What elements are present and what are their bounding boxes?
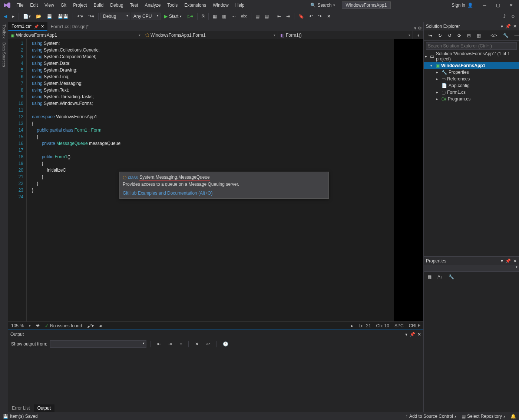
new-project-button[interactable]: 📄▾ [21, 12, 33, 20]
data-sources-tab[interactable]: Data Sources [2, 42, 6, 67]
menu-test[interactable]: Test [127, 1, 141, 9]
next-bookmark-button[interactable]: ↷ [316, 12, 324, 20]
uncomment-button[interactable]: ▤ [262, 12, 271, 20]
split-button[interactable]: ⫞ [413, 31, 423, 39]
nav-class-combo[interactable]: ⬠ WindowsFormsApp1.Form1 [143, 31, 278, 39]
sync-button[interactable]: ↻ [436, 32, 444, 40]
close-tab-icon[interactable]: ✕ [41, 24, 44, 29]
properties-button[interactable]: 🔧 [501, 32, 511, 40]
tab-error-list[interactable]: Error List [8, 404, 34, 412]
step-button[interactable]: ⎘ [199, 12, 206, 20]
clock-icon[interactable]: 🕒 [221, 340, 231, 348]
chevron-down-icon[interactable]: ▾ [405, 332, 407, 337]
undo-button[interactable]: ↶▾ [75, 12, 85, 20]
tab-output[interactable]: Output [34, 404, 54, 412]
menu-help[interactable]: Help [232, 1, 248, 9]
search-box[interactable]: 🔍 Search ▾ [308, 2, 337, 9]
issues-indicator[interactable]: No issues found [45, 323, 82, 328]
repo-button[interactable]: ▤ Select Repository ▴ [462, 414, 505, 419]
maximize-button[interactable]: ▢ [492, 1, 504, 9]
output-btn-2[interactable]: ⇥ [166, 340, 174, 348]
chevron-down-icon[interactable]: ▾ [414, 26, 416, 31]
line-indicator[interactable]: Ln: 21 [358, 323, 371, 328]
clear-output-button[interactable]: ✕ [193, 340, 201, 348]
chevron-down-icon[interactable]: ▾ [29, 324, 31, 328]
config-combo[interactable]: Debug [100, 13, 130, 20]
tab-form1-design[interactable]: Form1.cs [Design]* [47, 23, 92, 31]
pin-icon[interactable]: 📌 [505, 258, 511, 264]
nav-forward-button[interactable]: ▸ [10, 12, 17, 20]
outdent-button[interactable]: ⇥ [284, 12, 292, 20]
pin-icon[interactable]: 📌 [34, 24, 39, 29]
twisty-icon[interactable]: ▸ [436, 97, 440, 101]
tree-program[interactable]: ▸ C# Program.cs [424, 96, 519, 102]
property-pages-button[interactable]: 🔧 [446, 273, 456, 281]
twisty-icon[interactable]: ▸ [436, 70, 440, 74]
abc-button[interactable]: abc [239, 13, 249, 20]
source-control-button[interactable]: ↑ Add to Source Control ▴ [406, 414, 456, 419]
code-editor[interactable]: 123456789101112131415161718192021222324 … [8, 39, 423, 321]
menu-build[interactable]: Build [91, 1, 107, 9]
prev-bookmark-button[interactable]: ↶ [307, 12, 315, 20]
save-button[interactable]: 💾 [44, 12, 54, 20]
start-no-debug-button[interactable]: ▷▾ [185, 12, 195, 20]
solution-search-input[interactable] [426, 42, 517, 50]
refresh-button[interactable]: ⟳ [455, 32, 463, 40]
comment-button[interactable]: ▤ [253, 12, 262, 20]
output-body[interactable] [8, 350, 423, 404]
clear-bookmark-button[interactable]: ✕ [325, 12, 333, 20]
close-button[interactable]: ✕ [505, 1, 518, 9]
feedback-button[interactable]: ☺ [509, 12, 518, 20]
menu-git[interactable]: Git [58, 1, 69, 9]
tree-properties[interactable]: ▸ 🔧 Properties [424, 69, 519, 76]
fold-gutter[interactable] [27, 39, 32, 321]
show-all-button[interactable]: ▦ [475, 32, 483, 40]
layout-button-2[interactable]: ▥ [220, 12, 228, 20]
account-icon[interactable]: 👤 [467, 3, 473, 8]
chevron-down-icon[interactable]: ▾ [501, 258, 503, 264]
live-share-button[interactable]: ⤴ [501, 12, 508, 20]
close-icon[interactable]: ✕ [513, 258, 517, 264]
sign-in-link[interactable]: Sign in [452, 3, 465, 8]
output-btn-1[interactable]: ⇤ [155, 340, 163, 348]
twisty-icon[interactable]: ▾ [430, 64, 434, 67]
twisty-icon[interactable]: ▸ [425, 54, 429, 58]
alphabetical-button[interactable]: A↓ [435, 273, 445, 281]
health-icon[interactable]: ❤ [36, 323, 40, 328]
twisty-icon[interactable]: ▸ [436, 77, 440, 81]
menu-file[interactable]: File [13, 1, 26, 9]
zoom-combo[interactable]: 105 % [11, 323, 24, 328]
tree-solution-root[interactable]: ▸ 🗂 Solution 'WindowsFormsApp1' (1 of 1 … [424, 50, 519, 62]
layout-button-1[interactable]: ▦ [211, 12, 219, 20]
tree-references[interactable]: ▸ ▭ References [424, 76, 519, 82]
output-btn-3[interactable]: ≡ [177, 340, 184, 348]
ins-indicator[interactable]: SPC [394, 323, 404, 328]
menu-extensions[interactable]: Extensions [181, 1, 209, 9]
preview-button[interactable]: — [512, 32, 519, 40]
menu-project[interactable]: Project [70, 1, 90, 9]
menu-tools[interactable]: Tools [164, 1, 181, 9]
gear-icon[interactable]: ⚙ [418, 26, 422, 31]
minimap[interactable] [394, 39, 423, 321]
eol-indicator[interactable]: CRLF [409, 323, 420, 328]
collapse-button[interactable]: ⊟ [465, 32, 473, 40]
char-indicator[interactable]: Ch: 10 [376, 323, 389, 328]
platform-combo[interactable]: Any CPU [131, 13, 161, 20]
tree-form1[interactable]: ▸ ▢ Form1.cs [424, 89, 519, 96]
menu-debug[interactable]: Debug [107, 1, 126, 9]
wrap-button[interactable]: ↩ [204, 340, 212, 348]
tree-appconfig[interactable]: 📄 App.config [424, 82, 519, 89]
scroll-right-icon[interactable]: ▶ [351, 324, 353, 328]
toolbox-tab[interactable]: Toolbox [2, 24, 6, 39]
pin-icon[interactable]: 📌 [505, 24, 511, 29]
nav-back-button[interactable]: ◀ [1, 12, 9, 20]
home-button[interactable]: ⌂▾ [425, 32, 434, 40]
back-button[interactable]: ↺ [446, 32, 454, 40]
output-source-combo[interactable] [50, 340, 146, 348]
twisty-icon[interactable]: ▸ [436, 90, 440, 94]
categorized-button[interactable]: ▦ [425, 273, 434, 281]
menu-view[interactable]: View [42, 1, 57, 9]
start-debug-button[interactable]: ▶ Start ▾ [161, 13, 185, 20]
close-icon[interactable]: ✕ [513, 24, 517, 29]
nav-project-combo[interactable]: ▣ WindowsFormsApp1 [8, 31, 143, 39]
